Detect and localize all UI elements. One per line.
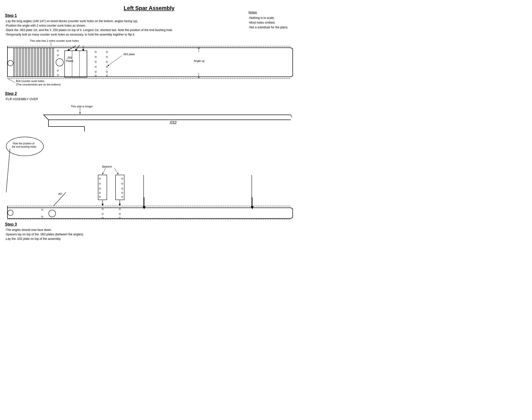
- svg-text:Note the position of: Note the position of: [13, 142, 34, 145]
- svg-rect-12: [23, 48, 24, 77]
- svg-point-109: [119, 213, 121, 215]
- notes-heading: Notes: [248, 10, 288, 15]
- svg-rect-10: [17, 48, 18, 77]
- step3-instructions: -The angles should now face down. -Space…: [5, 228, 293, 241]
- svg-rect-21: [49, 48, 51, 77]
- svg-rect-14: [29, 48, 30, 77]
- svg-point-108: [119, 208, 121, 210]
- svg-point-104: [41, 216, 43, 217]
- svg-rect-22: [52, 48, 54, 77]
- svg-line-74: [114, 168, 118, 174]
- svg-line-73: [103, 168, 106, 174]
- svg-point-40: [95, 66, 96, 68]
- step1-diagram: This side has 2 extra counter sunk holes: [5, 38, 293, 88]
- svg-line-60: [43, 115, 48, 120]
- svg-point-38: [95, 56, 96, 58]
- svg-point-46: [106, 66, 108, 68]
- svg-text:Angle up: Angle up: [194, 59, 205, 62]
- svg-point-25: [57, 54, 59, 56]
- step2-heading: Step 2: [5, 91, 293, 96]
- svg-point-77: [99, 183, 101, 184]
- svg-rect-19: [43, 48, 45, 77]
- header-area: Left Spar Assembly Notes -Nothing is to …: [5, 5, 293, 11]
- svg-text:Plates: Plates: [66, 59, 74, 62]
- svg-rect-11: [20, 48, 21, 77]
- svg-point-47: [106, 71, 108, 73]
- step3-heading: Step 3: [5, 222, 293, 227]
- svg-point-48: [106, 75, 108, 76]
- svg-rect-20: [46, 48, 48, 77]
- note-1: -Nothing is to scale.: [248, 16, 288, 20]
- svg-point-103: [41, 209, 43, 210]
- step2-diagram: This side is longer .032 Note the positi…: [5, 103, 293, 220]
- svg-point-84: [122, 188, 123, 189]
- svg-line-96: [291, 208, 293, 209]
- svg-point-45: [106, 61, 108, 63]
- svg-rect-28: [65, 51, 87, 77]
- svg-rect-9: [14, 48, 15, 77]
- svg-point-76: [99, 178, 101, 179]
- svg-rect-13: [26, 48, 27, 77]
- svg-line-4: [291, 48, 293, 49]
- svg-point-102: [49, 210, 56, 217]
- svg-point-78: [99, 188, 101, 189]
- note-2: -Most holes omitted.: [248, 20, 288, 25]
- svg-point-105: [102, 208, 103, 210]
- svg-text:.063 plate: .063 plate: [123, 53, 135, 56]
- svg-point-37: [95, 51, 96, 53]
- svg-point-42: [95, 75, 96, 76]
- svg-line-62: [291, 115, 292, 117]
- svg-point-41: [95, 71, 96, 73]
- svg-point-79: [99, 192, 101, 194]
- svg-text:(The countersinks are on the b: (The countersinks are on the bottom): [16, 83, 61, 86]
- svg-point-23: [56, 59, 63, 66]
- svg-text:the end bushing holes: the end bushing holes: [12, 145, 36, 148]
- svg-rect-15: [32, 48, 33, 77]
- svg-point-101: [8, 210, 13, 215]
- svg-point-26: [57, 70, 59, 71]
- svg-text:80°: 80°: [58, 192, 63, 195]
- svg-point-80: [99, 196, 101, 198]
- svg-text:This side is longer: This side is longer: [71, 105, 93, 108]
- svg-point-106: [102, 213, 103, 215]
- step2-section: Step 2 -FLIP ASSEMBLY OVER This side is …: [5, 91, 293, 220]
- svg-text:Bolt counter sunk holes: Bolt counter sunk holes: [16, 80, 44, 83]
- svg-line-97: [291, 217, 293, 218]
- svg-point-27: [57, 74, 59, 76]
- svg-point-44: [106, 56, 108, 58]
- step1-top-note: This side has 2 extra counter sunk holes: [30, 39, 79, 42]
- svg-point-82: [122, 178, 123, 179]
- svg-line-5: [291, 76, 293, 77]
- notes-box: Notes -Nothing is to scale. -Most holes …: [248, 10, 288, 30]
- svg-line-70: [6, 149, 10, 192]
- svg-point-43: [106, 51, 108, 53]
- step2-instructions: -FLIP ASSEMBLY OVER: [5, 97, 293, 101]
- svg-text:.032: .032: [169, 121, 177, 125]
- svg-point-24: [57, 50, 59, 51]
- svg-point-39: [95, 61, 96, 63]
- svg-point-83: [122, 183, 123, 184]
- svg-text:Spacers: Spacers: [102, 165, 112, 168]
- svg-line-49: [108, 56, 122, 66]
- svg-line-54: [8, 79, 15, 83]
- svg-point-85: [122, 192, 123, 194]
- svg-point-86: [122, 196, 123, 198]
- step3-section: Step 3 -The angles should now face down.…: [5, 222, 293, 241]
- svg-rect-16: [35, 48, 36, 77]
- svg-rect-18: [41, 48, 42, 77]
- step1-left-circle: [8, 60, 13, 66]
- svg-rect-17: [38, 48, 39, 77]
- svg-text:.250: .250: [67, 56, 72, 59]
- note-3: -Not a substitute for the plans.: [248, 25, 288, 30]
